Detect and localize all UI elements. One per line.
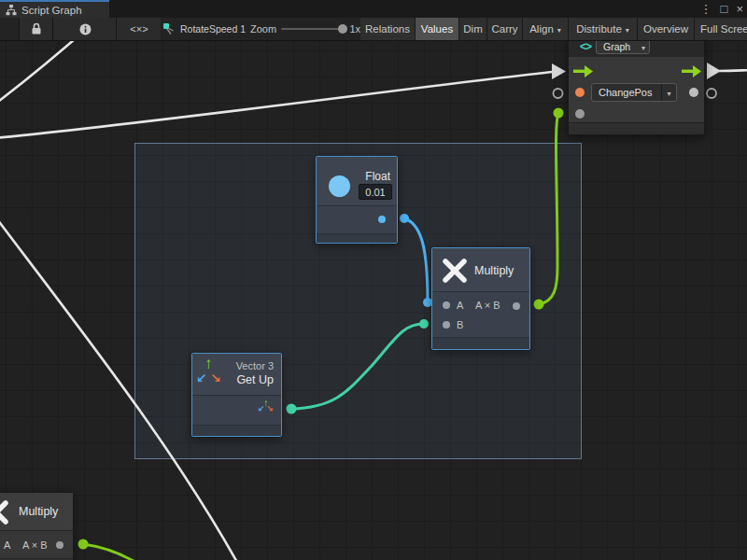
graph-selector-dropdown[interactable]: Graph ▾: [596, 39, 650, 54]
close-icon[interactable]: ×: [736, 0, 743, 18]
vector3-get-up-node[interactable]: ↑ ↙ ↘ Vector 3 Get Up ↑ ↙ ↘: [191, 353, 282, 437]
kebab-menu-icon[interactable]: ⋮: [700, 0, 712, 18]
graph-toolbar: <×> RotateSpeed 1 Zoom 1x Relations Valu…: [0, 18, 747, 41]
node-footer: [317, 233, 397, 243]
node-footer: [432, 337, 529, 349]
input-b-label: B: [457, 318, 463, 331]
node-subtitle: Get Up: [236, 373, 274, 386]
input-a-label: A: [4, 539, 10, 552]
overview-button[interactable]: Overview: [638, 18, 695, 40]
zoom-label: Zoom: [250, 23, 276, 35]
exec-out-arrow-icon[interactable]: [682, 65, 701, 77]
target-port[interactable]: [575, 88, 585, 97]
multiply-x-icon: [442, 258, 468, 284]
chevron-down-icon: ▾: [626, 26, 629, 35]
tab-title: Script Graph: [21, 5, 82, 16]
input-a-label: A: [457, 299, 463, 312]
chevron-down-icon: ▾: [641, 44, 649, 52]
node-title: Vector 3: [236, 360, 274, 371]
graph-selector-label: Graph: [597, 41, 641, 52]
zoom-slider[interactable]: [281, 28, 343, 30]
value-out-port[interactable]: [689, 88, 698, 97]
maximize-icon[interactable]: □: [721, 0, 728, 18]
output-label: A × B: [475, 299, 500, 312]
changepos-dropdown[interactable]: ChangePos ▾: [591, 83, 677, 102]
multiply-node[interactable]: Multiply A A × B B: [431, 247, 530, 350]
zoom-slider-handle[interactable]: [338, 24, 347, 34]
dim-button[interactable]: Dim: [459, 18, 487, 40]
float-node[interactable]: Float: [316, 156, 398, 244]
output-port[interactable]: [513, 302, 520, 310]
chevron-down-icon: ▾: [667, 90, 670, 98]
full-screen-button[interactable]: Full Screen: [695, 18, 747, 40]
multiply-x-icon: [0, 499, 9, 525]
float-value-field[interactable]: [359, 184, 392, 200]
zoom-value: 1x: [349, 23, 360, 35]
output-port[interactable]: [56, 541, 63, 549]
distribute-button[interactable]: Distribute▾: [569, 18, 638, 40]
multiply-node-2[interactable]: Multiply A A × B: [0, 492, 74, 560]
node-title: Multiply: [19, 505, 58, 518]
node-title: Float: [365, 170, 390, 183]
vector3-out-port-icon[interactable]: ↑ ↙ ↘: [258, 398, 275, 414]
script-graph-icon: [6, 5, 17, 16]
vector3-up-arrow-icon: ↑: [204, 356, 213, 371]
node-footer: [569, 122, 704, 134]
graph-reference-breadcrumb[interactable]: RotateSpeed 1: [161, 18, 252, 40]
edit-graph-button[interactable]: <×>: [116, 18, 162, 40]
value-in-port[interactable]: [575, 109, 585, 119]
values-button[interactable]: Values: [416, 18, 459, 40]
code-icon: <×>: [130, 23, 148, 35]
float-circle-icon: [329, 175, 350, 197]
vector3-left-arrow-icon: ↙: [196, 371, 207, 385]
input-a-port[interactable]: [443, 301, 450, 309]
changepos-label: ChangePos: [592, 87, 661, 98]
tab-script-graph[interactable]: Script Graph: [0, 0, 109, 18]
info-icon: [79, 23, 92, 35]
output-label: A × B: [22, 539, 48, 552]
window-tab-bar: Script Graph ⋮ □ ×: [0, 0, 747, 18]
toolbar-button-group: Relations Values Dim Carry Align▾ Distri…: [360, 18, 747, 40]
relations-button[interactable]: Relations: [360, 18, 416, 40]
input-b-port[interactable]: [443, 321, 450, 329]
graph-reference-icon: [162, 22, 176, 35]
graph-reference-label: RotateSpeed 1: [180, 23, 246, 35]
graph-unit-node[interactable]: <> Graph ▾ ChangePos ▾: [568, 35, 705, 135]
lock-button[interactable]: [19, 18, 54, 40]
chevron-down-icon: ▾: [557, 26, 561, 35]
vector3-right-arrow-icon: ↘: [210, 371, 221, 385]
node-footer: [192, 425, 281, 436]
zoom-control: Zoom 1x: [250, 18, 360, 40]
exec-in-arrow-icon[interactable]: [573, 65, 593, 77]
inspect-button[interactable]: [52, 18, 118, 40]
carry-button[interactable]: Carry: [487, 18, 523, 40]
graph-brackets-icon: <>: [580, 40, 591, 53]
lock-icon: [31, 22, 42, 35]
float-out-port[interactable]: [378, 216, 386, 223]
align-button[interactable]: Align▾: [523, 18, 569, 40]
node-title: Multiply: [474, 264, 514, 277]
